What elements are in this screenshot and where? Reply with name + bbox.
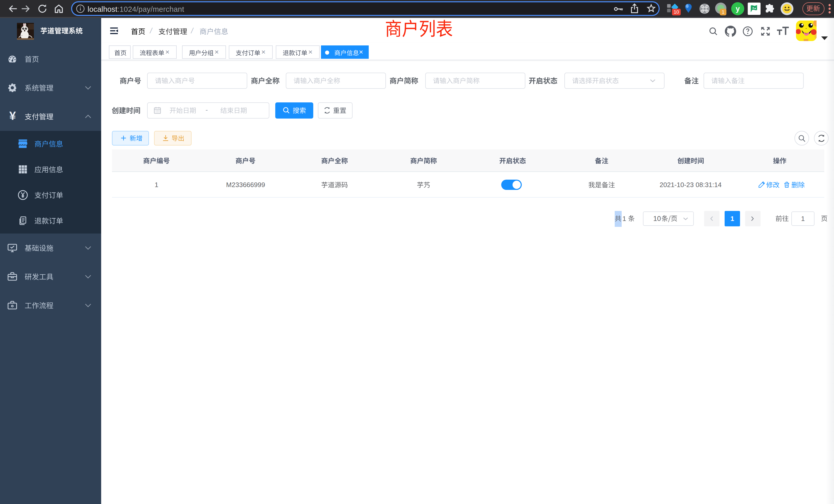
svg-text:y: y: [736, 5, 740, 13]
